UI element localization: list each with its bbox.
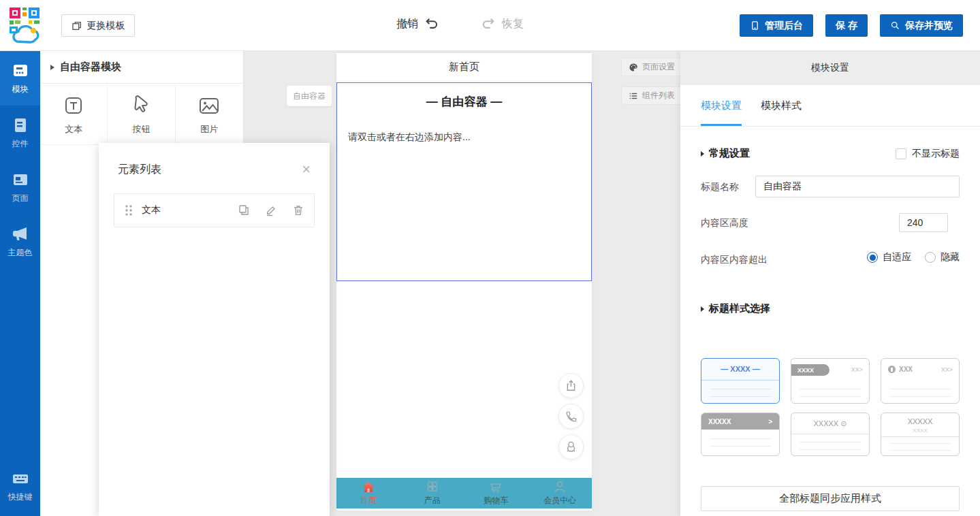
redo-icon: [480, 16, 496, 31]
style-line: [889, 450, 951, 451]
undo-label: 撤销: [396, 17, 418, 31]
sidebar-item-label: 模块: [12, 84, 29, 95]
main-sidebar: 模块 控件 页面 主题色: [0, 51, 40, 516]
style3-title: XXX: [899, 366, 913, 373]
title-style-card-4[interactable]: XXXXX >: [701, 413, 780, 456]
save-preview-button[interactable]: 保存并预览: [880, 14, 963, 37]
sidebar-item-pages[interactable]: 页面: [0, 160, 40, 214]
container-placeholder-text: 请双击或者在右边添加内容...: [348, 131, 591, 144]
drag-handle-icon[interactable]: [124, 204, 133, 216]
overflow-option-hidden[interactable]: 隐藏: [925, 251, 960, 263]
module-panel-header[interactable]: 自由容器模块: [40, 51, 243, 84]
page-builder-app: 更换模板 撤销 恢复 管理后台: [0, 0, 980, 516]
share-float-button[interactable]: [558, 373, 584, 398]
template-icon: [72, 20, 82, 31]
undo-button[interactable]: 撤销: [396, 16, 440, 31]
settings-tabs: 模块设置 模块样式: [680, 85, 980, 127]
style2-more: XX>: [851, 366, 863, 373]
module-item-text[interactable]: 文本: [40, 84, 108, 144]
undo-icon: [424, 16, 440, 31]
home-icon: [361, 480, 376, 494]
phone-float-button[interactable]: [558, 404, 584, 429]
style5-title: XXXXX ⊙: [791, 419, 869, 428]
cursor-icon: [129, 93, 153, 118]
change-template-label: 更换模板: [87, 20, 125, 32]
style-line: [889, 443, 951, 444]
page-settings-button[interactable]: 页面设置: [621, 58, 682, 76]
admin-backend-button[interactable]: 管理后台: [740, 14, 813, 37]
component-list-button[interactable]: 组件列表: [621, 86, 682, 105]
style3-icon: [888, 366, 896, 373]
tab-module-style[interactable]: 模块样式: [761, 99, 802, 126]
trash-icon[interactable]: [292, 204, 304, 216]
keyboard-icon: [12, 470, 29, 487]
title-style-card-6[interactable]: XXXXX XXXX: [881, 413, 960, 456]
sidebar-item-shortcuts[interactable]: 快捷键: [0, 459, 40, 513]
overflow-option-adaptive[interactable]: 自适应: [867, 251, 911, 263]
palette-icon: [629, 63, 638, 72]
save-button[interactable]: 保 存: [825, 14, 868, 37]
style-divider: [791, 434, 869, 434]
overflow-radio-group: 自适应 隐藏: [867, 251, 960, 263]
products-icon: [425, 480, 440, 494]
style1-title: — XXXX —: [701, 365, 779, 373]
sidebar-item-widgets[interactable]: 控件: [0, 106, 40, 160]
close-icon[interactable]: ×: [302, 162, 311, 177]
nav-item-member-center[interactable]: 会员中心: [528, 478, 592, 509]
sidebar-item-label: 快捷键: [8, 491, 33, 503]
device-icon: [750, 20, 760, 31]
module-tag: 自由容器: [287, 86, 332, 106]
module-item-label: 图片: [200, 123, 218, 135]
phone-bottom-nav: 首页 产品 购物车: [336, 478, 592, 509]
tab-module-settings[interactable]: 模块设置: [701, 99, 742, 126]
overflow-hidden-label: 隐藏: [941, 251, 960, 263]
phone-preview: 新首页 — 自由容器 — 请双击或者在右边添加内容... 首页: [336, 53, 592, 511]
style-line: [800, 389, 861, 389]
sidebar-item-theme-color[interactable]: 主题色: [0, 214, 40, 269]
style4-title: XXXXX: [708, 418, 731, 425]
cart-icon: [488, 480, 503, 494]
module-grid: 文本 按钮 图片: [40, 84, 243, 145]
style6-subtitle: XXXX: [881, 428, 959, 434]
module-icon: [12, 62, 29, 80]
radio-selected-icon[interactable]: [867, 252, 878, 263]
change-template-button[interactable]: 更换模板: [61, 14, 135, 37]
title-style-card-1[interactable]: — XXXX —: [701, 358, 780, 404]
content-height-input[interactable]: [899, 213, 948, 232]
module-item-image[interactable]: 图片: [176, 84, 243, 144]
title-style-card-5[interactable]: XXXXX ⊙: [791, 413, 870, 456]
qq-float-button[interactable]: [558, 434, 584, 459]
nav-item-cart[interactable]: 购物车: [464, 478, 528, 509]
element-row-text[interactable]: 文本: [114, 193, 315, 227]
style-section-title: 标题样式选择: [701, 302, 770, 315]
style-line: [710, 446, 771, 447]
sidebar-item-modules[interactable]: 模块: [0, 51, 40, 106]
element-panel-title: 元素列表: [118, 163, 161, 177]
style-line: [800, 396, 861, 397]
selected-free-container[interactable]: — 自由容器 — 请双击或者在右边添加内容...: [336, 82, 592, 281]
nav-item-products[interactable]: 产品: [400, 478, 464, 509]
nav-item-label: 首页: [360, 495, 377, 506]
style3-more: XX>: [941, 366, 953, 373]
style-line: [710, 438, 771, 439]
app-logo: [8, 6, 42, 44]
module-item-button[interactable]: 按钮: [108, 84, 175, 144]
admin-backend-label: 管理后台: [765, 20, 803, 32]
title-style-card-2[interactable]: XXXX XX>: [791, 358, 870, 404]
copy-icon[interactable]: [238, 204, 250, 216]
title-style-card-3[interactable]: XXX XX>: [881, 358, 960, 404]
nav-item-home[interactable]: 首页: [336, 478, 400, 509]
general-section-title: 常规设置: [701, 147, 750, 160]
hide-title-checkbox[interactable]: [896, 148, 906, 159]
module-item-label: 文本: [65, 123, 82, 135]
title-name-input[interactable]: [755, 176, 960, 197]
edit-icon[interactable]: [265, 204, 277, 216]
radio-unselected-icon[interactable]: [925, 252, 936, 263]
settings-panel-title: 模块设置: [811, 62, 849, 74]
style-line: [889, 389, 951, 389]
apply-all-styles-button[interactable]: 全部标题同步应用样式: [701, 486, 960, 511]
redo-button[interactable]: 恢复: [480, 16, 524, 31]
settings-panel-header: 模块设置: [680, 51, 980, 85]
style-section-row: 标题样式选择: [701, 302, 960, 315]
style-divider: [881, 436, 959, 437]
